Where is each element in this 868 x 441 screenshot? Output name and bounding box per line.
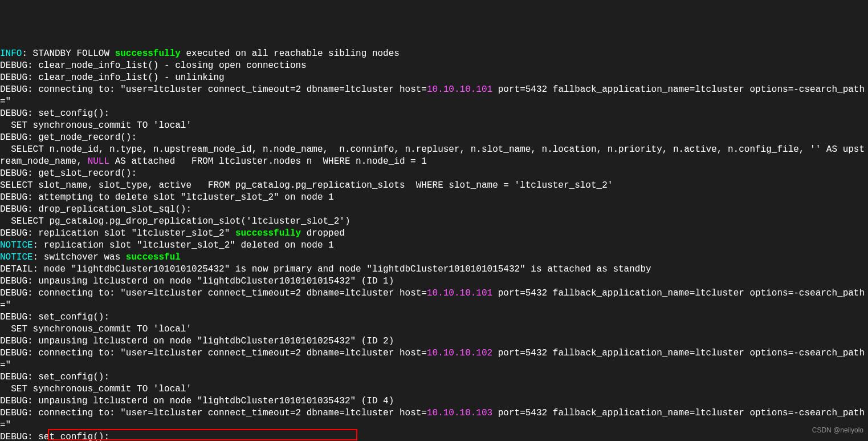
log-segment: DEBUG: [0, 312, 27, 322]
log-segment: NOTICE: [0, 252, 33, 262]
log-segment: SET synchronous_commit TO 'local': [0, 120, 191, 131]
log-segment: NOTICE: [0, 240, 33, 250]
log-segment: DEBUG: [0, 60, 27, 71]
log-segment: SELECT slot_name, slot_type, active FROM…: [0, 180, 613, 191]
log-segment: dropped: [301, 228, 345, 238]
log-segment: : unpausing ltclusterd on node "lightdbC…: [27, 396, 394, 406]
log-segment: DEBUG: [0, 432, 27, 441]
log-segment: : attempting to delete slot "ltcluster_s…: [27, 192, 334, 203]
log-segment: 10.10.10.101: [427, 288, 492, 298]
log-segment: DEBUG: [0, 132, 27, 143]
log-segment: successful: [126, 252, 181, 262]
log-segment: : get_slot_record():: [27, 168, 137, 179]
log-segment: : get_node_record():: [27, 132, 137, 143]
log-segment: : connecting to: "user=ltcluster connect…: [27, 408, 427, 418]
log-segment: : set_config():: [27, 108, 109, 119]
log-segment: : switchover was: [33, 252, 126, 262]
log-segment: : replication slot "ltcluster_slot_2": [27, 228, 235, 238]
log-segment: DEBUG: [0, 348, 27, 358]
log-segment: SET synchronous_commit TO 'local': [0, 324, 191, 334]
log-segment: NULL: [88, 156, 109, 167]
log-segment: DEBUG: [0, 192, 27, 203]
log-segment: 10.10.10.101: [427, 84, 492, 95]
log-segment: DEBUG: [0, 276, 27, 286]
log-segment: DEBUG: [0, 108, 27, 119]
log-segment: successfully: [115, 48, 181, 59]
log-segment: DETAIL: [0, 264, 33, 274]
log-segment: : clear_node_info_list() - unlinking: [27, 72, 225, 83]
log-segment: : clear_node_info_list() - closing open …: [27, 60, 307, 71]
log-segment: : replication slot "ltcluster_slot_2" de…: [33, 240, 334, 250]
watermark-text: CSDN @neilyolo: [812, 424, 863, 436]
log-segment: : node "lightdbCluster1010101025432" is …: [33, 264, 651, 274]
log-segment: : set_config():: [27, 432, 109, 441]
log-segment: : set_config():: [27, 372, 109, 382]
log-segment: : set_config():: [27, 312, 109, 322]
terminal-output[interactable]: INFO: STANDBY FOLLOW successfully execut…: [0, 48, 868, 441]
log-segment: SELECT pg_catalog.pg_drop_replication_sl…: [0, 216, 351, 226]
log-segment: DEBUG: [0, 336, 27, 346]
log-segment: : unpausing ltclusterd on node "lightdbC…: [27, 336, 394, 346]
log-segment: INFO: [0, 48, 22, 59]
log-segment: DEBUG: [0, 372, 27, 382]
log-segment: successfully: [235, 228, 301, 238]
log-segment: : drop_replication_slot_sql():: [27, 204, 191, 215]
log-segment: DEBUG: [0, 408, 27, 418]
log-segment: DEBUG: [0, 84, 27, 95]
log-segment: SET synchronous_commit TO 'local': [0, 384, 191, 394]
log-segment: DEBUG: [0, 168, 27, 179]
log-segment: : connecting to: "user=ltcluster connect…: [27, 288, 427, 298]
log-segment: executed on all reachable sibling nodes: [181, 48, 400, 59]
log-segment: : STANDBY FOLLOW: [22, 48, 115, 59]
log-segment: DEBUG: [0, 228, 27, 238]
log-segment: 10.10.10.102: [427, 348, 492, 358]
log-segment: AS attached FROM ltcluster.nodes n WHERE…: [109, 156, 427, 167]
log-segment: 10.10.10.103: [427, 408, 492, 418]
log-segment: : connecting to: "user=ltcluster connect…: [27, 84, 427, 95]
log-segment: : connecting to: "user=ltcluster connect…: [27, 348, 427, 358]
log-segment: DEBUG: [0, 72, 27, 83]
log-segment: DEBUG: [0, 204, 27, 215]
log-segment: : unpausing ltclusterd on node "lightdbC…: [27, 276, 394, 286]
log-segment: DEBUG: [0, 288, 27, 298]
log-segment: DEBUG: [0, 396, 27, 406]
